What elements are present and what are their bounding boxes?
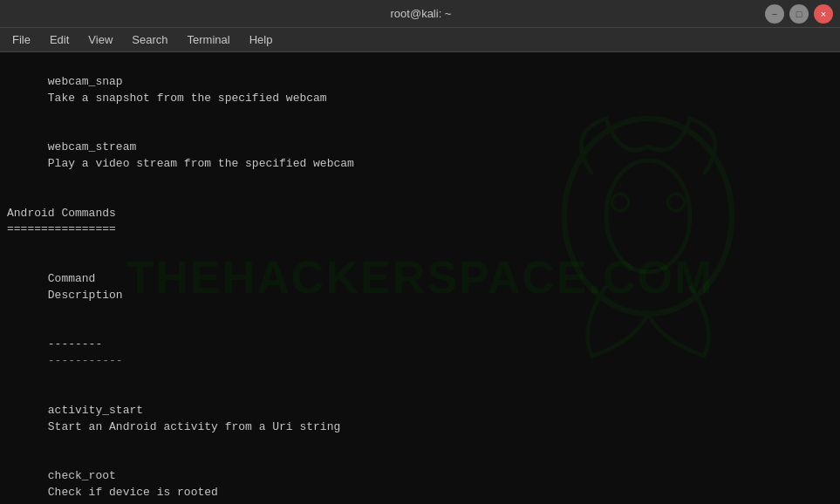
- close-button[interactable]: ×: [814, 4, 833, 24]
- desc-webcam-snap: Take a snapshot from the specified webca…: [48, 92, 327, 105]
- line-webcam-snap: webcam_snap Take a snapshot from the spe…: [7, 58, 833, 123]
- minimize-button[interactable]: −: [765, 4, 784, 24]
- cmd-webcam-snap: webcam_snap: [48, 74, 188, 91]
- menubar: File Edit View Search Terminal Help: [0, 28, 840, 52]
- desc-webcam-stream: Play a video stream from the specified w…: [48, 157, 354, 170]
- cmd-webcam-stream: webcam_stream: [48, 140, 188, 156]
- blank-2: [7, 238, 833, 255]
- table-dashes: -------- -----------: [7, 321, 833, 386]
- equals-line: ================: [7, 221, 833, 238]
- window-title: root@kali: ~: [77, 7, 765, 20]
- row-activity-start: activity_start Start an Android activity…: [7, 386, 833, 452]
- menu-edit[interactable]: Edit: [41, 31, 78, 48]
- maximize-button[interactable]: □: [789, 4, 809, 24]
- row-check-root: check_root Check if device is rooted: [7, 452, 833, 504]
- terminal-content: webcam_snap Take a snapshot from the spe…: [7, 58, 833, 504]
- window-controls: − □ ×: [765, 4, 833, 24]
- col-description: Description: [48, 289, 123, 302]
- titlebar: root@kali: ~ − □ ×: [0, 0, 840, 28]
- table-header: Command Description: [7, 255, 833, 320]
- dash-desc: -----------: [48, 354, 123, 367]
- col-command: Command: [48, 271, 188, 288]
- menu-terminal[interactable]: Terminal: [179, 31, 239, 48]
- line-webcam-stream: webcam_stream Play a video stream from t…: [7, 123, 833, 188]
- terminal[interactable]: THEHACKERSPACE.COM webcam_snap Take a sn…: [0, 52, 840, 504]
- blank-1: [7, 189, 833, 206]
- menu-view[interactable]: View: [79, 31, 121, 48]
- menu-search[interactable]: Search: [123, 31, 176, 48]
- menu-file[interactable]: File: [3, 31, 39, 48]
- dash-cmd: --------: [48, 337, 188, 353]
- menu-help[interactable]: Help: [241, 31, 282, 48]
- android-commands-header: Android Commands: [7, 206, 833, 222]
